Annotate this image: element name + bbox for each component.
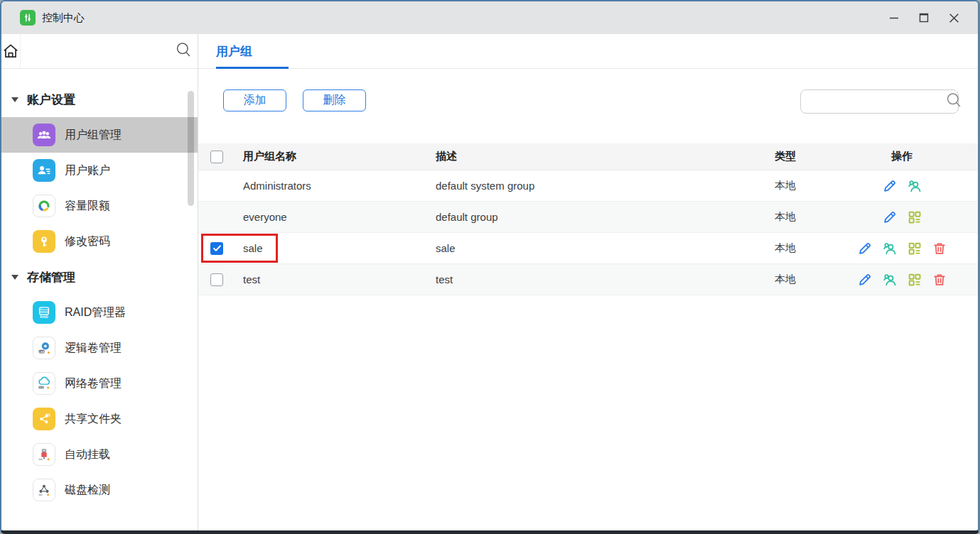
sidebar-section-header[interactable]: 存储管理 xyxy=(1,259,198,295)
window-controls xyxy=(884,7,964,28)
close-button[interactable] xyxy=(944,7,964,28)
sidebar-search xyxy=(21,34,202,68)
sidebar-item-label: 磁盘检测 xyxy=(65,483,110,498)
tab-bar: 用户组 xyxy=(198,34,978,69)
cell-actions xyxy=(847,241,978,256)
network-volume-icon xyxy=(33,372,55,395)
table-body: Administratorsdefault system group本地ever… xyxy=(198,170,978,295)
table-row-everyone[interactable]: everyonedefault group本地 xyxy=(198,202,978,233)
row-checkbox[interactable] xyxy=(210,242,223,255)
sidebar-search-input[interactable] xyxy=(21,40,173,62)
sidebar-item-label: 自动挂载 xyxy=(65,447,110,462)
row-checkbox-cell xyxy=(198,242,231,255)
tab-user-group[interactable]: 用户组 xyxy=(216,34,252,68)
maximize-button[interactable] xyxy=(914,7,934,28)
sidebar-item-label: RAID管理器 xyxy=(65,305,126,320)
sidebar-item-label: 网络卷管理 xyxy=(65,376,122,391)
sidebar-item-raid[interactable]: RAIDRAID管理器 xyxy=(1,295,198,330)
table-header-row: 用户组名称 描述 类型 操作 xyxy=(198,143,978,170)
table-search-input[interactable] xyxy=(801,96,944,107)
cell-description: default group xyxy=(424,211,762,223)
column-header-actions: 操作 xyxy=(847,150,978,163)
edit-action-icon[interactable] xyxy=(882,178,898,194)
tab-label: 用户组 xyxy=(216,43,252,60)
cell-type: 本地 xyxy=(762,241,847,255)
table-row-Administrators[interactable]: Administratorsdefault system group本地 xyxy=(198,170,978,202)
cell-type: 本地 xyxy=(762,273,847,286)
cell-group-name: Administrators xyxy=(231,180,424,192)
sidebar-menu: 账户设置用户组管理用户账户容量限额修改密码存储管理RAIDRAID管理器LVM逻… xyxy=(1,69,198,508)
select-all-checkbox[interactable] xyxy=(210,151,223,163)
cell-group-name: everyone xyxy=(231,211,424,223)
tab-active-underline xyxy=(216,67,289,69)
toolbar: 添加 删除 xyxy=(198,89,978,114)
add-button[interactable]: 添加 xyxy=(223,89,286,111)
shared-folder-icon xyxy=(33,408,55,430)
password-icon xyxy=(33,230,55,253)
sidebar-item-password[interactable]: 修改密码 xyxy=(1,224,198,259)
minimize-button[interactable] xyxy=(884,7,904,28)
members-action-icon[interactable] xyxy=(882,272,898,288)
delete-button[interactable]: 删除 xyxy=(303,89,366,111)
row-checkbox[interactable] xyxy=(210,273,223,286)
members-action-icon[interactable] xyxy=(907,178,922,194)
cell-actions xyxy=(847,209,978,225)
control-center-window: 控制中心 xyxy=(0,0,980,534)
user-group-panel: 添加 删除 用户组名称 描述 xyxy=(198,69,978,530)
cell-description: test xyxy=(424,273,762,285)
delete-action-icon[interactable] xyxy=(932,272,947,288)
members-action-icon[interactable] xyxy=(882,241,898,256)
row-checkbox-cell xyxy=(198,273,231,286)
sidebar-item-lvm[interactable]: LVM逻辑卷管理 xyxy=(1,330,198,366)
sidebar-search-icon xyxy=(173,40,193,62)
sidebar-item-label: 共享文件夹 xyxy=(65,412,122,427)
cell-type: 本地 xyxy=(762,179,847,192)
sidebar-item-disk-check[interactable]: 磁盘检测 xyxy=(1,472,198,508)
sidebar-item-label: 修改密码 xyxy=(65,234,110,249)
svg-text:LVM: LVM xyxy=(39,351,44,354)
user-group-icon xyxy=(33,124,55,146)
permissions-action-icon[interactable] xyxy=(907,272,922,288)
column-header-name: 用户组名称 xyxy=(231,150,424,163)
cell-description: default system group xyxy=(424,180,762,192)
sidebar-header xyxy=(1,34,198,69)
user-group-table: 用户组名称 描述 类型 操作 Administratorsdefault sys… xyxy=(198,143,978,295)
sidebar-section-label: 账户设置 xyxy=(27,92,75,108)
edit-action-icon[interactable] xyxy=(857,272,873,288)
home-button[interactable] xyxy=(1,34,21,68)
delete-action-icon[interactable] xyxy=(932,241,947,256)
sidebar-item-user-group[interactable]: 用户组管理 xyxy=(1,117,198,153)
sidebar-item-label: 用户组管理 xyxy=(65,128,122,143)
auto-mount-icon xyxy=(33,443,55,466)
sidebar: 账户设置用户组管理用户账户容量限额修改密码存储管理RAIDRAID管理器LVM逻… xyxy=(1,34,198,530)
edit-action-icon[interactable] xyxy=(857,241,873,256)
content-area: 用户组 添加 删除 xyxy=(198,34,978,530)
permissions-action-icon[interactable] xyxy=(907,209,922,225)
quota-icon xyxy=(33,195,55,217)
title-bar: 控制中心 xyxy=(1,1,978,34)
table-row-sale[interactable]: salesale本地 xyxy=(198,233,978,264)
sidebar-item-label: 用户账户 xyxy=(65,163,110,178)
sidebar-item-auto-mount[interactable]: 自动挂载 xyxy=(1,437,198,472)
cell-group-name: test xyxy=(231,273,424,285)
sidebar-scrollbar-thumb[interactable] xyxy=(188,91,194,206)
sidebar-item-quota[interactable]: 容量限额 xyxy=(1,188,198,224)
column-header-description: 描述 xyxy=(424,150,762,163)
table-row-test[interactable]: testtest本地 xyxy=(198,264,978,295)
table-search-icon xyxy=(944,90,964,113)
sidebar-item-network-volume[interactable]: 网络卷管理 xyxy=(1,366,198,401)
sidebar-section-label: 存储管理 xyxy=(27,269,75,285)
cell-type: 本地 xyxy=(762,210,847,224)
cell-actions xyxy=(847,178,978,194)
sidebar-item-label: 逻辑卷管理 xyxy=(65,341,122,356)
caret-down-icon xyxy=(11,97,18,102)
cell-actions xyxy=(847,272,978,288)
sidebar-item-user-account[interactable]: 用户账户 xyxy=(1,153,198,188)
table-search-box xyxy=(800,89,959,114)
svg-text:RAID: RAID xyxy=(40,315,48,319)
permissions-action-icon[interactable] xyxy=(907,241,922,256)
user-account-icon xyxy=(33,159,55,182)
sidebar-section-header[interactable]: 账户设置 xyxy=(1,82,198,117)
sidebar-item-shared-folder[interactable]: 共享文件夹 xyxy=(1,401,198,437)
edit-action-icon[interactable] xyxy=(882,209,898,225)
